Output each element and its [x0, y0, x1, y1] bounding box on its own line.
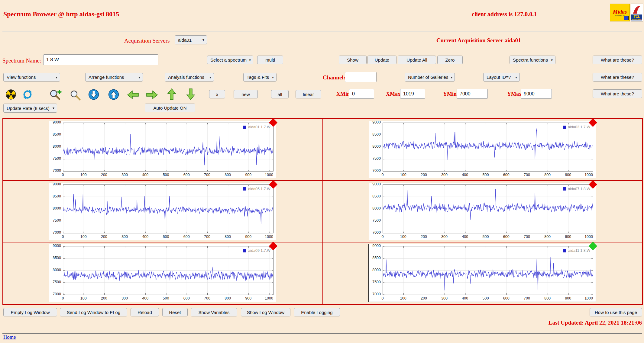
- y-tick-label: 7000: [50, 292, 61, 296]
- pan-right-icon[interactable]: [146, 90, 158, 100]
- y-tick-label: 7500: [50, 218, 61, 223]
- x-tick-label: 900: [242, 173, 255, 177]
- spectrum-name-input[interactable]: [43, 54, 158, 65]
- legend-label: aida05 1.7.W: [248, 187, 270, 191]
- legend-swatch: [243, 249, 246, 252]
- spectrum-panel-aida11[interactable]: aida11 1.8.W 700075008000850090000100200…: [323, 242, 642, 304]
- x-tick-label: 200: [97, 173, 111, 177]
- xmax-input[interactable]: [400, 89, 425, 99]
- x-tick-label: 900: [242, 235, 255, 239]
- enable-logging-button[interactable]: Enable Logging: [294, 308, 340, 316]
- x-tick-label: 100: [77, 296, 90, 300]
- legend-swatch: [563, 187, 566, 191]
- last-updated-label: Last Updated: April 22, 2021 18:21:06: [549, 319, 642, 326]
- show-button[interactable]: Show: [339, 56, 367, 64]
- refresh-icon[interactable]: [22, 89, 33, 100]
- x-tick-label: 900: [561, 235, 575, 239]
- how-to-use-button[interactable]: How to use this page: [590, 308, 642, 316]
- spectrum-gallery-grid: aida01 1.7.W 700075008000850090000100200…: [2, 118, 643, 305]
- midas-logo-chip: [624, 16, 629, 20]
- svg-text:TCL: TCL: [634, 15, 640, 18]
- zoom-in-icon[interactable]: [49, 89, 62, 101]
- y-tick-label: 8500: [50, 132, 61, 136]
- home-link[interactable]: Home: [3, 334, 16, 340]
- spectrum-name-label: Spectrum Name:: [2, 57, 41, 64]
- tcl-powered-logo[interactable]: TCL POWERED: [631, 4, 643, 21]
- ymax-input[interactable]: [521, 89, 552, 99]
- spectra-functions-select[interactable]: Spectra functions▾: [510, 56, 555, 64]
- x-tick-label: 900: [561, 296, 575, 300]
- ymin-label: YMin: [443, 91, 457, 97]
- reset-button[interactable]: Reset: [162, 308, 188, 316]
- xmin-input[interactable]: [349, 89, 374, 99]
- x-tick-label: 800: [541, 296, 554, 300]
- spectrum-plot: aida09 1.7.W 700075008000850090000100200…: [49, 244, 276, 302]
- what-are-these-button-1[interactable]: What are these?: [593, 56, 642, 64]
- y-tick-label: 9000: [369, 182, 381, 186]
- analysis-functions-select[interactable]: Analysis functions▾: [165, 73, 214, 82]
- what-are-these-button-3[interactable]: What are these?: [593, 89, 642, 98]
- linear-button[interactable]: linear: [296, 90, 321, 98]
- y-tick-label: 8500: [50, 256, 61, 260]
- update-button[interactable]: Update: [367, 56, 396, 64]
- pan-up-icon[interactable]: [167, 88, 176, 100]
- y-tick-label: 9000: [369, 120, 381, 124]
- svg-text:POWERED: POWERED: [632, 18, 642, 20]
- acquisition-server-select[interactable]: aida01▾: [175, 35, 207, 44]
- scroll-up-icon[interactable]: [108, 89, 119, 100]
- view-functions-select[interactable]: View functions▾: [3, 73, 60, 82]
- show-log-window-button[interactable]: Show Log Window: [241, 308, 290, 316]
- chevron-down-icon: ▾: [272, 75, 274, 79]
- zoom-out-icon[interactable]: [70, 89, 81, 101]
- spectrum-panel-aida05[interactable]: aida05 1.7.W 700075008000850090000100200…: [3, 181, 323, 242]
- x-tick-label: 800: [221, 235, 235, 239]
- select-a-spectrum[interactable]: Select a spectrum▾: [207, 56, 253, 64]
- pan-down-icon[interactable]: [186, 88, 196, 100]
- empty-log-window-button[interactable]: Empty Log Window: [3, 308, 57, 316]
- legend-label: aida11 1.8.W: [568, 248, 590, 253]
- auto-update-button[interactable]: Auto Update ON: [145, 104, 195, 112]
- footer-divider: [2, 333, 642, 334]
- legend-swatch: [243, 187, 246, 191]
- all-button[interactable]: all: [271, 90, 289, 98]
- zero-button[interactable]: Zero: [437, 56, 463, 64]
- pan-left-icon[interactable]: [127, 90, 139, 100]
- spectrum-panel-aida07[interactable]: aida07 1.8.W 700075008000850090000100200…: [323, 181, 642, 242]
- chevron-down-icon: ▾: [209, 75, 211, 79]
- x-tick-label: 200: [417, 173, 430, 177]
- xmax-label: XMax: [386, 91, 400, 97]
- radiation-icon[interactable]: [6, 89, 16, 100]
- reload-button[interactable]: Reload: [131, 308, 159, 316]
- channel-input[interactable]: [345, 72, 377, 82]
- update-all-button[interactable]: Update All: [398, 56, 436, 64]
- x-tick-label: 700: [200, 173, 214, 177]
- x-tick-label: 400: [458, 173, 472, 177]
- spectrum-plot: aida03 1.7.W 700075008000850090000100200…: [369, 121, 596, 178]
- midas-logo[interactable]: Midas powered by: [610, 4, 630, 21]
- spectrum-plot: aida05 1.7.W 700075008000850090000100200…: [49, 183, 276, 240]
- y-tick-label: 8500: [369, 132, 381, 136]
- show-variables-button[interactable]: Show Variables: [191, 308, 237, 316]
- y-tick-label: 9000: [50, 244, 61, 248]
- what-are-these-button-2[interactable]: What are these?: [593, 73, 642, 82]
- chevron-down-icon: ▾: [138, 75, 140, 79]
- number-of-galleries-select[interactable]: Number of Galleries▾: [405, 73, 455, 82]
- x-button[interactable]: x: [209, 90, 225, 98]
- spectrum-panel-aida03[interactable]: aida03 1.7.W 700075008000850090000100200…: [323, 119, 642, 181]
- tags-fits-select[interactable]: Tags & Fits▾: [243, 73, 277, 82]
- multi-button[interactable]: multi: [257, 56, 283, 64]
- x-tick-label: 1000: [262, 173, 276, 177]
- new-button[interactable]: new: [234, 90, 258, 98]
- ymin-input[interactable]: [457, 89, 488, 99]
- y-tick-label: 9000: [50, 120, 61, 124]
- x-tick-label: 500: [159, 235, 173, 239]
- update-rate-select[interactable]: Update Rate (8 secs)▾: [3, 104, 57, 113]
- scroll-down-icon[interactable]: [88, 89, 99, 100]
- legend-label: aida03 1.7.W: [568, 125, 590, 129]
- arrange-functions-select[interactable]: Arrange functions▾: [85, 73, 143, 82]
- send-log-window-elog-button[interactable]: Send Log Window to ELog: [60, 308, 127, 316]
- spectrum-panel-aida09[interactable]: aida09 1.7.W 700075008000850090000100200…: [3, 242, 323, 304]
- layout-id-select[interactable]: Layout ID=7▾: [483, 73, 520, 82]
- spectrum-panel-aida01[interactable]: aida01 1.7.W 700075008000850090000100200…: [3, 119, 323, 181]
- x-tick-label: 600: [500, 173, 513, 177]
